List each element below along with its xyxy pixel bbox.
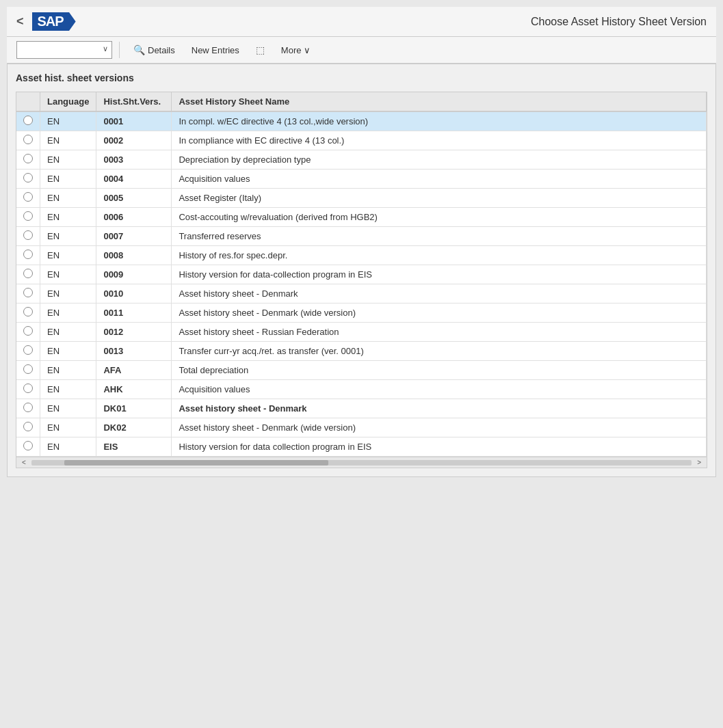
- row-radio-cell: [16, 111, 40, 131]
- row-version: 0013: [96, 342, 172, 361]
- scroll-thumb[interactable]: [64, 460, 328, 466]
- data-table: Language Hist.Sht.Vers. Asset History Sh…: [16, 92, 707, 457]
- table-row[interactable]: EN0013Transfer curr-yr acq./ret. as tran…: [16, 342, 707, 361]
- radio-button[interactable]: [23, 154, 33, 163]
- more-label: More: [281, 45, 302, 55]
- radio-button[interactable]: [23, 116, 33, 125]
- row-language: EN: [40, 342, 96, 361]
- row-sheet-name: History version for data collection prog…: [172, 437, 707, 457]
- row-version: DK01: [96, 399, 172, 418]
- col-header-hist-sht-vers: Hist.Sht.Vers.: [96, 92, 172, 111]
- row-version: 0005: [96, 189, 172, 208]
- row-language: EN: [40, 170, 96, 189]
- copy-button[interactable]: ⬚: [249, 42, 272, 57]
- row-sheet-name: Transferred reserves: [172, 227, 707, 246]
- row-version: 0010: [96, 284, 172, 304]
- row-sheet-name: Total depreciation: [172, 361, 707, 380]
- table-row[interactable]: ENDK02Asset history sheet - Denmark (wid…: [16, 418, 707, 437]
- row-sheet-name: History version for data-collection prog…: [172, 265, 707, 284]
- scroll-track[interactable]: [31, 460, 692, 466]
- row-radio-cell: [16, 437, 40, 457]
- table-row[interactable]: EN0009History version for data-collectio…: [16, 265, 707, 284]
- row-language: EN: [40, 208, 96, 227]
- radio-button[interactable]: [23, 173, 33, 183]
- row-radio-cell: [16, 418, 40, 437]
- radio-button[interactable]: [23, 135, 33, 144]
- scroll-right-icon[interactable]: >: [694, 459, 704, 466]
- table-row[interactable]: EN0001In compl. w/EC directive 4 (13 col…: [16, 111, 707, 131]
- radio-button[interactable]: [23, 230, 33, 240]
- radio-button[interactable]: [23, 403, 33, 412]
- radio-button[interactable]: [23, 250, 33, 259]
- table-row[interactable]: ENAHKAcquisition values: [16, 380, 707, 399]
- radio-button[interactable]: [23, 383, 33, 393]
- row-radio-cell: [16, 342, 40, 361]
- row-language: EN: [40, 361, 96, 380]
- table-row[interactable]: ENDK01Asset history sheet - Denmark: [16, 399, 707, 418]
- row-sheet-name: Asset history sheet - Denmark (wide vers…: [172, 304, 707, 323]
- horizontal-scrollbar[interactable]: < >: [16, 457, 707, 468]
- toolbar-dropdown-wrapper: ∨: [16, 41, 112, 59]
- back-button[interactable]: <: [16, 14, 24, 29]
- toolbar: ∨ 🔍 Details New Entries ⬚ More ∨: [7, 37, 716, 64]
- row-radio-cell: [16, 227, 40, 246]
- row-version: EIS: [96, 437, 172, 457]
- search-icon: 🔍: [133, 44, 145, 55]
- row-version: 0001: [96, 111, 172, 131]
- row-version: DK02: [96, 418, 172, 437]
- table-row[interactable]: EN0007Transferred reserves: [16, 227, 707, 246]
- radio-button[interactable]: [23, 422, 33, 431]
- radio-button[interactable]: [23, 345, 33, 355]
- table-row[interactable]: ENEISHistory version for data collection…: [16, 437, 707, 457]
- new-entries-button[interactable]: New Entries: [185, 43, 246, 57]
- row-language: EN: [40, 418, 96, 437]
- row-radio-cell: [16, 131, 40, 150]
- row-version: AFA: [96, 361, 172, 380]
- details-button[interactable]: 🔍 Details: [127, 42, 182, 57]
- table-header-row: Language Hist.Sht.Vers. Asset History Sh…: [16, 92, 707, 111]
- toolbar-separator-1: [119, 42, 120, 58]
- main-content: Asset hist. sheet versions Language Hist…: [7, 64, 716, 477]
- radio-button[interactable]: [23, 326, 33, 336]
- row-version: 0002: [96, 131, 172, 150]
- row-version: 0006: [96, 208, 172, 227]
- row-radio-cell: [16, 380, 40, 399]
- toolbar-dropdown[interactable]: [16, 41, 112, 59]
- radio-button[interactable]: [23, 192, 33, 202]
- row-version: AHK: [96, 380, 172, 399]
- more-arrow-icon: ∨: [304, 45, 311, 55]
- radio-button[interactable]: [23, 211, 33, 221]
- table-row[interactable]: EN0004Acquisition values: [16, 170, 707, 189]
- row-radio-cell: [16, 189, 40, 208]
- table-row[interactable]: EN0010Asset history sheet - Denmark: [16, 284, 707, 304]
- row-sheet-name: In compliance with EC directive 4 (13 co…: [172, 131, 707, 150]
- table-row[interactable]: EN0005Asset Register (Italy): [16, 189, 707, 208]
- table-row[interactable]: EN0003Depreciation by depreciation type: [16, 150, 707, 170]
- row-version: 0007: [96, 227, 172, 246]
- radio-button[interactable]: [23, 269, 33, 278]
- scroll-left-icon[interactable]: <: [19, 459, 29, 466]
- row-radio-cell: [16, 323, 40, 342]
- row-sheet-name: Asset Register (Italy): [172, 189, 707, 208]
- table-row[interactable]: EN0002In compliance with EC directive 4 …: [16, 131, 707, 150]
- row-language: EN: [40, 227, 96, 246]
- table-row[interactable]: EN0012Asset history sheet - Russian Fede…: [16, 323, 707, 342]
- page-title: Choose Asset History Sheet Version: [531, 16, 707, 28]
- row-sheet-name: Cost-accouting w/revaluation (derived fr…: [172, 208, 707, 227]
- sap-logo: SAP: [32, 12, 76, 31]
- radio-button[interactable]: [23, 364, 33, 374]
- more-button[interactable]: More ∨: [274, 43, 318, 57]
- table-row[interactable]: EN0011Asset history sheet - Denmark (wid…: [16, 304, 707, 323]
- col-header-language: Language: [40, 92, 96, 111]
- table-row[interactable]: ENAFATotal depreciation: [16, 361, 707, 380]
- row-radio-cell: [16, 361, 40, 380]
- radio-button[interactable]: [23, 441, 33, 450]
- table-row[interactable]: EN0008History of res.for spec.depr.: [16, 246, 707, 265]
- row-radio-cell: [16, 304, 40, 323]
- row-sheet-name: Acquisition values: [172, 380, 707, 399]
- row-radio-cell: [16, 208, 40, 227]
- radio-button[interactable]: [23, 288, 33, 297]
- radio-button[interactable]: [23, 307, 33, 316]
- row-sheet-name: Asset history sheet - Denmark: [172, 284, 707, 304]
- table-row[interactable]: EN0006Cost-accouting w/revaluation (deri…: [16, 208, 707, 227]
